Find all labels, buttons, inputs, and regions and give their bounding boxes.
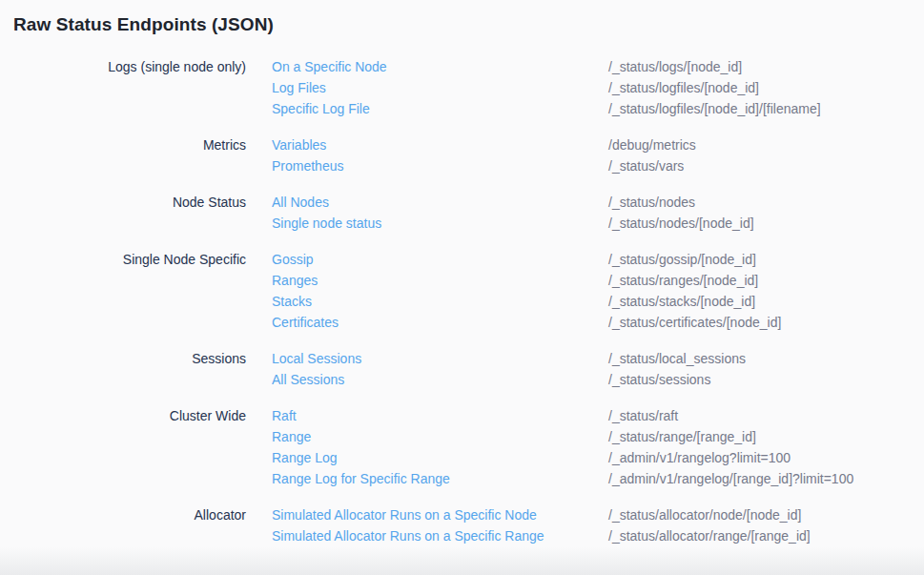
raw-status-endpoints-page: { "page": { "title": "Raw Status Endpoin…	[0, 0, 924, 575]
endpoint-row: Prometheus/_status/vars	[272, 155, 924, 176]
endpoint-path: /_status/allocator/range/[range_id]	[608, 525, 811, 546]
endpoint-path: /_status/gossip/[node_id]	[608, 249, 756, 270]
endpoint-path: /_status/range/[range_id]	[608, 426, 756, 447]
endpoint-link[interactable]: Gossip	[272, 249, 608, 270]
endpoint-link[interactable]: On a Specific Node	[272, 56, 608, 77]
category-label: Single Node Specific	[13, 249, 246, 270]
endpoint-link[interactable]: Prometheus	[272, 155, 608, 176]
endpoint-row: Stacks/_status/stacks/[node_id]	[272, 291, 924, 312]
endpoint-row: Local Sessions/_status/local_sessions	[272, 348, 924, 369]
endpoint-path: /_status/stacks/[node_id]	[608, 291, 755, 312]
endpoint-link[interactable]: Single node status	[272, 213, 608, 234]
endpoint-group: MetricsVariables/debug/metricsPrometheus…	[13, 134, 924, 176]
endpoint-link[interactable]: Range	[272, 426, 608, 447]
endpoint-link[interactable]: Ranges	[272, 270, 608, 291]
category-label: Allocator	[13, 504, 246, 525]
endpoint-row: Log Files/_status/logfiles/[node_id]	[272, 77, 924, 98]
endpoint-rows: All Nodes/_status/nodesSingle node statu…	[272, 192, 924, 234]
endpoint-link[interactable]: All Nodes	[272, 192, 608, 213]
endpoint-path: /_status/logfiles/[node_id]/[filename]	[608, 98, 821, 119]
endpoint-group: SessionsLocal Sessions/_status/local_ses…	[13, 348, 924, 390]
endpoint-rows: Gossip/_status/gossip/[node_id]Ranges/_s…	[272, 249, 924, 333]
endpoint-link[interactable]: All Sessions	[272, 369, 608, 390]
endpoint-path: /_status/certificates/[node_id]	[608, 312, 781, 333]
category-label: Cluster Wide	[13, 405, 246, 426]
endpoint-link[interactable]: Specific Log File	[272, 98, 608, 119]
category-label: Logs (single node only)	[13, 56, 246, 77]
endpoint-path: /_status/logfiles/[node_id]	[608, 77, 759, 98]
endpoint-path: /_status/ranges/[node_id]	[608, 270, 758, 291]
endpoint-path: /_status/logs/[node_id]	[608, 56, 742, 77]
endpoint-link[interactable]: Log Files	[272, 77, 608, 98]
endpoint-row: Ranges/_status/ranges/[node_id]	[272, 270, 924, 291]
endpoint-path: /_admin/v1/rangelog?limit=100	[608, 447, 791, 468]
endpoint-path: /_status/allocator/node/[node_id]	[608, 504, 801, 525]
endpoint-link[interactable]: Raft	[272, 405, 608, 426]
endpoint-group: Cluster WideRaft/_status/raftRange/_stat…	[13, 405, 924, 489]
endpoint-group: AllocatorSimulated Allocator Runs on a S…	[13, 504, 924, 546]
endpoint-rows: On a Specific Node/_status/logs/[node_id…	[272, 56, 924, 119]
endpoint-path: /_admin/v1/rangelog/[range_id]?limit=100	[608, 468, 853, 489]
bottom-fade	[0, 546, 924, 575]
endpoint-link[interactable]: Variables	[272, 134, 608, 155]
category-label: Node Status	[13, 192, 246, 213]
endpoint-row: Range Log/_admin/v1/rangelog?limit=100	[272, 447, 924, 468]
endpoint-row: Raft/_status/raft	[272, 405, 924, 426]
category-label: Sessions	[13, 348, 246, 369]
endpoint-row: Simulated Allocator Runs on a Specific N…	[272, 504, 924, 525]
endpoint-row: Certificates/_status/certificates/[node_…	[272, 312, 924, 333]
endpoint-rows: Variables/debug/metricsPrometheus/_statu…	[272, 134, 924, 176]
endpoint-link[interactable]: Range Log	[272, 447, 608, 468]
endpoint-row: Range/_status/range/[range_id]	[272, 426, 924, 447]
endpoint-row: Gossip/_status/gossip/[node_id]	[272, 249, 924, 270]
endpoint-row: All Nodes/_status/nodes	[272, 192, 924, 213]
endpoint-path: /_status/vars	[608, 155, 684, 176]
endpoint-groups: Logs (single node only)On a Specific Nod…	[13, 56, 924, 546]
endpoint-path: /_status/sessions	[608, 369, 710, 390]
endpoint-path: /_status/local_sessions	[608, 348, 746, 369]
endpoint-row: Range Log for Specific Range/_admin/v1/r…	[272, 468, 924, 489]
endpoint-rows: Simulated Allocator Runs on a Specific N…	[272, 504, 924, 546]
endpoint-link[interactable]: Simulated Allocator Runs on a Specific R…	[272, 525, 608, 546]
endpoint-group: Node StatusAll Nodes/_status/nodesSingle…	[13, 192, 924, 234]
endpoint-link[interactable]: Stacks	[272, 291, 608, 312]
endpoint-link[interactable]: Range Log for Specific Range	[272, 468, 608, 489]
endpoint-row: Variables/debug/metrics	[272, 134, 924, 155]
endpoint-link[interactable]: Certificates	[272, 312, 608, 333]
endpoint-link[interactable]: Simulated Allocator Runs on a Specific N…	[272, 504, 608, 525]
endpoint-group: Logs (single node only)On a Specific Nod…	[13, 56, 924, 119]
endpoint-path: /_status/nodes	[608, 192, 695, 213]
endpoint-row: Simulated Allocator Runs on a Specific R…	[272, 525, 924, 546]
page-title: Raw Status Endpoints (JSON)	[13, 13, 924, 36]
endpoint-row: On a Specific Node/_status/logs/[node_id…	[272, 56, 924, 77]
category-label: Metrics	[13, 134, 246, 155]
endpoint-rows: Raft/_status/raftRange/_status/range/[ra…	[272, 405, 924, 489]
endpoint-rows: Local Sessions/_status/local_sessionsAll…	[272, 348, 924, 390]
endpoint-path: /debug/metrics	[608, 134, 696, 155]
endpoint-path: /_status/nodes/[node_id]	[608, 213, 754, 234]
endpoint-row: Specific Log File/_status/logfiles/[node…	[272, 98, 924, 119]
page-content: Raw Status Endpoints (JSON) Logs (single…	[0, 0, 924, 546]
endpoint-path: /_status/raft	[608, 405, 678, 426]
endpoint-row: Single node status/_status/nodes/[node_i…	[272, 213, 924, 234]
endpoint-group: Single Node SpecificGossip/_status/gossi…	[13, 249, 924, 333]
endpoint-row: All Sessions/_status/sessions	[272, 369, 924, 390]
endpoint-link[interactable]: Local Sessions	[272, 348, 608, 369]
